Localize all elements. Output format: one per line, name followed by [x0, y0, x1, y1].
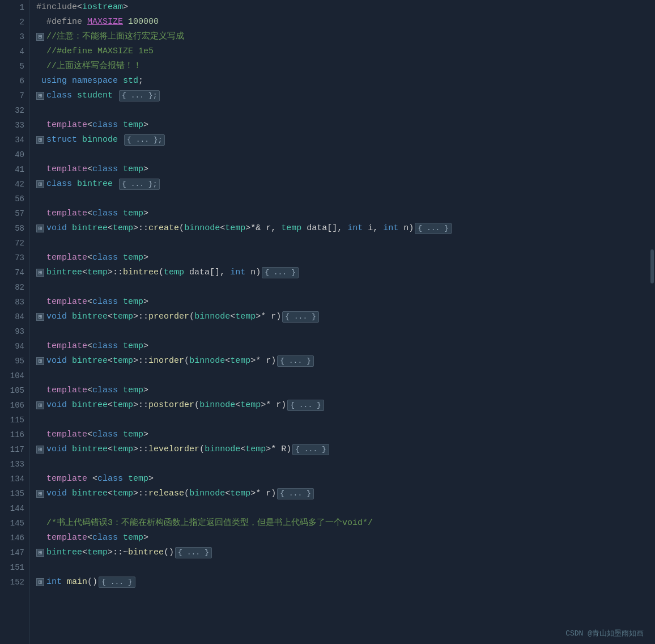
line-num: 58 [0, 221, 29, 236]
code-line-105: template<class temp> [36, 383, 655, 398]
line-num: 144 [0, 501, 29, 516]
code-token: bintree [72, 354, 108, 368]
expand-button[interactable]: ⊞ [36, 490, 44, 498]
line-num: 57 [0, 206, 29, 221]
collapsed-block[interactable]: { ... } [292, 444, 329, 455]
code-token: preorder [148, 310, 189, 324]
code-token: bintree [72, 398, 108, 413]
code-token: class [92, 162, 118, 177]
code-token: temp [245, 442, 266, 457]
code-token: inorder [148, 354, 184, 368]
code-line-144 [36, 501, 655, 516]
code-token: int [347, 221, 363, 236]
code-token: MAXSIZE [87, 15, 123, 29]
expand-button[interactable]: ⊟ [36, 33, 44, 41]
code-token: temp [128, 472, 148, 486]
collapsed-block[interactable]: { ... } [282, 311, 319, 323]
collapsed-block[interactable]: { ... }; [119, 90, 160, 101]
code-line-57: template<class temp> [36, 206, 655, 221]
line-num: 145 [0, 516, 29, 531]
code-token: temp [87, 545, 108, 560]
collapsed-block[interactable]: { ... } [262, 267, 299, 278]
code-token: temp [123, 531, 143, 545]
code-token: namespace [72, 74, 118, 88]
code-token: class [92, 118, 118, 133]
expand-button[interactable]: ⊞ [36, 313, 44, 321]
code-token: bintree [72, 442, 108, 457]
expand-button[interactable]: ⊞ [36, 180, 44, 188]
line-num: 146 [0, 531, 29, 545]
code-line-32 [36, 103, 655, 118]
code-line-74: ⊞bintree<temp>::bintree(temp data[], int… [36, 265, 655, 280]
code-line-4: //#define MAXSIZE 1e5 [36, 44, 655, 59]
line-num: 7 [0, 88, 29, 103]
code-token: temp [123, 162, 143, 177]
collapsed-block[interactable]: { ... }; [119, 179, 160, 190]
expand-button[interactable]: ⊞ [36, 446, 44, 454]
collapsed-block[interactable]: { ... }; [124, 134, 165, 146]
expand-button[interactable]: ⊞ [36, 92, 44, 100]
code-token: temp [113, 442, 133, 457]
code-line-1: #include<iostream> [36, 0, 655, 15]
code-token: temp [225, 221, 245, 236]
code-token: template [46, 531, 87, 545]
line-num: 93 [0, 324, 29, 339]
code-token: template [46, 162, 87, 177]
code-token: binnode [82, 133, 118, 147]
code-token: class [92, 251, 118, 265]
code-token: create [148, 221, 179, 236]
collapsed-block[interactable]: { ... } [99, 577, 135, 588]
expand-button[interactable]: ⊞ [36, 401, 44, 409]
line-num: 95 [0, 354, 29, 368]
expand-button[interactable]: ⊞ [36, 578, 44, 586]
expand-button[interactable]: ⊞ [36, 136, 44, 144]
collapsed-block[interactable]: { ... } [277, 488, 314, 499]
code-token: template [46, 339, 87, 354]
code-line-147: ⊞bintree<temp>::~bintree(){ ... } [36, 545, 655, 560]
line-num: 56 [0, 192, 29, 206]
code-token: levelorder [148, 442, 199, 457]
line-num: 5 [0, 59, 29, 74]
code-token: template [46, 383, 87, 398]
code-line-3: ⊟//注意：不能将上面这行宏定义写成 [36, 29, 655, 44]
collapsed-block[interactable]: { ... } [277, 355, 314, 367]
expand-button[interactable]: ⊞ [36, 269, 44, 277]
code-token: temp [281, 221, 301, 236]
line-num: 117 [0, 442, 29, 457]
code-line-72 [36, 236, 655, 251]
code-token: binnode [194, 310, 230, 324]
collapsed-block[interactable]: { ... } [415, 223, 452, 234]
scrollbar[interactable] [649, 0, 655, 624]
line-num: 115 [0, 413, 29, 427]
code-line-7: ⊞class student { ... }; [36, 88, 655, 103]
expand-button[interactable]: ⊞ [36, 224, 44, 232]
code-line-152: ⊞int main(){ ... } [36, 575, 655, 590]
code-token: template [46, 472, 87, 486]
code-line-83: template<class temp> [36, 295, 655, 310]
code-line-42: ⊞class bintree { ... }; [36, 177, 655, 192]
code-line-73: template<class temp> [36, 251, 655, 265]
code-line-106: ⊞void bintree<temp>::postorder(binnode<t… [36, 398, 655, 413]
expand-button[interactable]: ⊞ [36, 549, 44, 557]
line-num: 73 [0, 251, 29, 265]
code-line-117: ⊞void bintree<temp>::levelorder(binnode<… [36, 442, 655, 457]
code-token: class [92, 339, 118, 354]
code-token: //#define MAXSIZE 1e5 [46, 44, 154, 59]
code-line-104 [36, 368, 655, 383]
collapsed-block[interactable]: { ... } [175, 547, 212, 558]
code-token: postorder [148, 398, 194, 413]
line-num: 33 [0, 118, 29, 133]
code-token: bintree [128, 545, 164, 560]
code-token: /*书上代码错误3：不能在析构函数上指定返回值类型，但是书上代码多了一个void… [46, 516, 373, 531]
code-token: temp [123, 295, 143, 310]
code-token: temp [113, 310, 133, 324]
scrollbar-thumb[interactable] [650, 249, 654, 283]
line-num: 74 [0, 265, 29, 280]
line-num: 147 [0, 545, 29, 560]
collapsed-block[interactable]: { ... } [287, 400, 324, 411]
code-token: class [92, 531, 118, 545]
line-num: 32 [0, 103, 29, 118]
code-token: bintree [46, 265, 82, 280]
code-token: temp [87, 265, 108, 280]
expand-button[interactable]: ⊞ [36, 357, 44, 365]
